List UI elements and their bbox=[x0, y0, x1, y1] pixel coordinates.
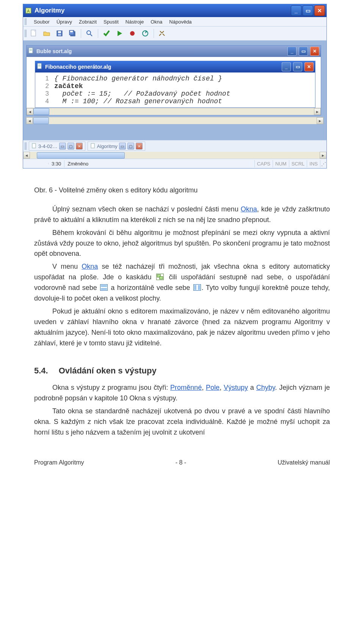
scroll-left-icon[interactable]: ◄ bbox=[23, 152, 30, 159]
separator bbox=[81, 29, 81, 38]
svg-rect-21 bbox=[32, 143, 36, 148]
new-file-icon[interactable] bbox=[28, 28, 39, 39]
tab-restore-icon[interactable]: ▭ bbox=[59, 143, 66, 150]
section-heading: 5.4.Ovládání oken s výstupy bbox=[34, 366, 330, 376]
scroll-right-icon[interactable]: ► bbox=[320, 152, 326, 159]
scroll-thumb[interactable] bbox=[37, 152, 125, 159]
child-title-text: Fibonacciho generátor.alg bbox=[45, 64, 279, 70]
stop-reset-icon[interactable] bbox=[140, 28, 151, 39]
minimize-button[interactable]: _ bbox=[282, 62, 291, 71]
task-tabs: 3-4-02… ▭ ▢ ✕ Algoritmy ▭ ▢ ✕ bbox=[23, 140, 326, 152]
horizontal-scrollbar[interactable]: ◄ ► bbox=[27, 108, 321, 115]
menu-napoveda[interactable]: Nápověda bbox=[169, 19, 191, 25]
child-title-bar[interactable]: Fibonacciho generátor.alg _ ▭ ✕ bbox=[35, 61, 315, 72]
menu-zobrazit[interactable]: Zobrazit bbox=[79, 19, 97, 25]
svg-point-13 bbox=[130, 31, 135, 36]
horizontal-scrollbar[interactable]: ◄ ► bbox=[23, 152, 326, 159]
tile-horizontal-icon bbox=[100, 284, 108, 291]
tab-close-icon[interactable]: ✕ bbox=[136, 143, 143, 150]
cascade-icon bbox=[156, 274, 164, 280]
menu-nastroje[interactable]: Nástroje bbox=[126, 19, 144, 25]
tab-label: Algoritmy bbox=[97, 143, 118, 149]
text: Okna s výstupy z programu jsou čtyři: bbox=[52, 384, 170, 391]
close-button[interactable]: ✕ bbox=[304, 62, 314, 71]
code-text: { Fibonacciho generátor náhodných čísel … bbox=[54, 75, 222, 82]
paragraph: Úplný seznam všech oken se nachází v pos… bbox=[34, 204, 330, 225]
grip-icon[interactable] bbox=[25, 30, 27, 37]
paragraph: Během krokování či běhu algoritmu je mož… bbox=[34, 228, 330, 260]
open-file-icon[interactable] bbox=[41, 28, 52, 39]
caption-text: - Volitelné změny oken s editory kódu al… bbox=[53, 186, 198, 194]
tab-restore-icon[interactable]: ▭ bbox=[119, 143, 126, 150]
resize-grip-icon[interactable]: ⋰ bbox=[320, 161, 326, 167]
menu-soubor[interactable]: Soubor bbox=[34, 19, 50, 25]
text: a horizontálně vedle sebe bbox=[108, 284, 193, 291]
scroll-right-icon[interactable]: ► bbox=[314, 108, 321, 115]
run-play-icon[interactable] bbox=[114, 28, 125, 39]
close-button[interactable]: ✕ bbox=[310, 47, 319, 56]
window-title: Algoritmy bbox=[35, 7, 289, 14]
run-check-icon[interactable] bbox=[101, 28, 112, 39]
footer-page-number: - 8 - bbox=[176, 459, 186, 466]
scroll-left-icon[interactable]: ◄ bbox=[27, 108, 33, 115]
code-text: M := 100; // Rozsah generovaných hodnot bbox=[54, 98, 222, 105]
svg-rect-6 bbox=[58, 34, 61, 36]
scroll-right-icon[interactable]: ► bbox=[317, 117, 323, 124]
figure-caption: Obr. 6 - Volitelné změny oken s editory … bbox=[34, 185, 330, 196]
link-pole[interactable]: Pole bbox=[206, 384, 220, 391]
child-window-back[interactable]: Buble sort.alg _ ▭ ✕ Fibonacciho generát… bbox=[26, 45, 321, 115]
code-editor[interactable]: 1{ Fibonacciho generátor náhodných čísel… bbox=[35, 72, 315, 107]
svg-marker-12 bbox=[118, 31, 122, 36]
menu-upravy[interactable]: Úpravy bbox=[56, 19, 72, 25]
heading-number: 5.4. bbox=[34, 366, 48, 375]
page-footer: Program Algoritmy - 8 - Uživatelský manu… bbox=[34, 459, 330, 466]
tab-max-icon[interactable]: ▢ bbox=[67, 143, 74, 150]
maximize-button[interactable]: ▭ bbox=[299, 47, 308, 56]
grip-icon[interactable] bbox=[25, 142, 27, 150]
tools-icon[interactable] bbox=[157, 28, 168, 39]
doc-icon bbox=[31, 143, 37, 150]
scroll-thumb[interactable] bbox=[33, 108, 49, 115]
breakpoint-icon[interactable] bbox=[127, 28, 138, 39]
tab-close-icon[interactable]: ✕ bbox=[76, 143, 83, 150]
save-all-icon[interactable] bbox=[67, 28, 78, 39]
link-okna[interactable]: Okna bbox=[241, 205, 257, 213]
find-icon[interactable] bbox=[84, 28, 95, 39]
text: V menu bbox=[52, 263, 82, 270]
child-window-front[interactable]: Fibonacciho generátor.alg _ ▭ ✕ 1{ Fibon… bbox=[35, 61, 315, 108]
minimize-button[interactable]: _ bbox=[287, 47, 297, 56]
link-chyby[interactable]: Chyby bbox=[256, 384, 275, 391]
caption-label: Obr. 6 bbox=[34, 186, 53, 194]
heading-text: Ovládání oken s výstupy bbox=[59, 366, 157, 375]
doc-icon bbox=[90, 143, 96, 150]
close-button[interactable]: ✕ bbox=[314, 5, 325, 16]
line-number: 3 bbox=[38, 90, 54, 98]
grip-icon[interactable] bbox=[25, 18, 27, 25]
paragraph: V menu Okna se též nacházejí tři možnost… bbox=[34, 261, 330, 304]
title-bar[interactable]: A Algoritmy _ ▭ ✕ bbox=[23, 4, 326, 17]
status-caps: CAPS bbox=[255, 160, 273, 167]
status-scrl: SCRL bbox=[289, 160, 308, 167]
task-tab[interactable]: Algoritmy ▭ ▢ ✕ bbox=[88, 142, 145, 151]
scroll-thumb[interactable] bbox=[33, 117, 49, 124]
link-vystupy[interactable]: Výstupy bbox=[224, 384, 248, 391]
link-promenne[interactable]: Proměnné bbox=[170, 384, 202, 391]
tab-max-icon[interactable]: ▢ bbox=[127, 143, 134, 150]
line-number: 4 bbox=[38, 98, 54, 105]
save-icon[interactable] bbox=[54, 28, 65, 39]
status-ins: INS bbox=[307, 160, 320, 167]
task-tab[interactable]: 3-4-02… ▭ ▢ ✕ bbox=[29, 142, 85, 151]
child-title-bar[interactable]: Buble sort.alg _ ▭ ✕ bbox=[27, 46, 321, 57]
mdi-client-area: Buble sort.alg _ ▭ ✕ Fibonacciho generát… bbox=[23, 41, 326, 140]
maximize-button[interactable]: ▭ bbox=[293, 62, 302, 71]
footer-left: Program Algoritmy bbox=[34, 459, 84, 466]
link-okna[interactable]: Okna bbox=[82, 263, 98, 270]
menu-spustit[interactable]: Spustit bbox=[104, 19, 119, 25]
scroll-left-icon[interactable]: ◄ bbox=[26, 117, 33, 124]
maximize-button[interactable]: ▭ bbox=[303, 5, 313, 16]
text: , bbox=[202, 384, 206, 391]
menu-okna[interactable]: Okna bbox=[151, 19, 162, 25]
tool-bar bbox=[23, 27, 326, 41]
minimize-button[interactable]: _ bbox=[291, 5, 301, 16]
horizontal-scrollbar[interactable]: ◄ ► bbox=[26, 117, 323, 124]
